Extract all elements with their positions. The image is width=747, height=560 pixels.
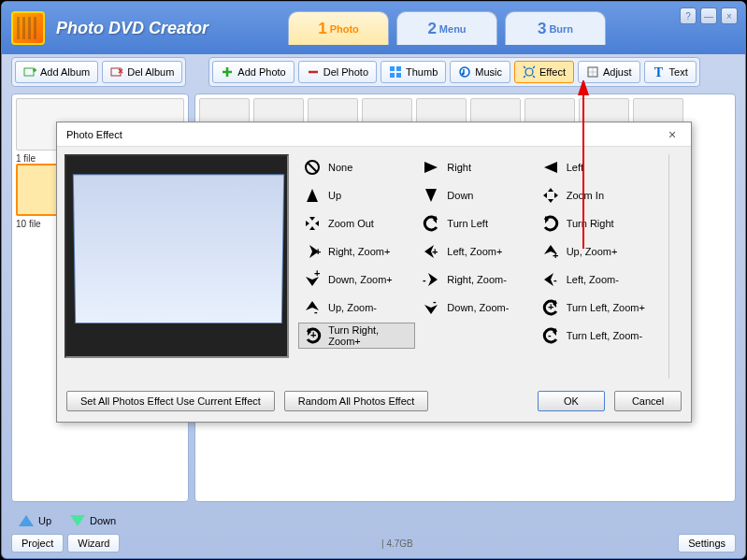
adjust-button[interactable]: Adjust [578, 61, 640, 83]
effect-turn-left-zoomm[interactable]: -Turn Left, Zoom- [537, 323, 654, 349]
svg-text:+: + [310, 329, 316, 340]
ok-button[interactable]: OK [538, 391, 605, 411]
effect-turn-left-zoomp[interactable]: +Turn Left, Zoom+ [537, 294, 654, 321]
up-zoomp-icon: + [540, 241, 561, 262]
svg-text:-: - [553, 274, 557, 285]
effect-right[interactable]: Right [417, 154, 534, 180]
effect-left-zoomm[interactable]: -Left, Zoom- [537, 266, 654, 293]
left-icon [540, 157, 561, 178]
thumb-button[interactable]: Thumb [381, 61, 446, 83]
svg-text:+: + [314, 270, 320, 279]
effect-icon [523, 65, 536, 79]
app-title: Photo DVD Creator [56, 19, 208, 38]
svg-text:-: - [423, 274, 426, 285]
music-icon [458, 65, 471, 79]
effect-left[interactable]: Left [537, 154, 654, 180]
right-icon [421, 157, 441, 178]
toolbar: Add Album Del Album Add Photo Del Photo … [11, 54, 736, 90]
tab-menu[interactable]: 2Menu [396, 11, 497, 45]
svg-text:-: - [314, 306, 318, 317]
effect-turn-right[interactable]: Turn Right [537, 210, 654, 237]
dialog-close-button[interactable]: × [663, 125, 682, 144]
right-zoomm-icon: - [421, 269, 441, 290]
dialog-footer: Set All Photos Effect Use Current Effect… [57, 386, 691, 416]
help-button[interactable]: ? [680, 7, 697, 24]
none-icon [302, 157, 323, 178]
zoom-in-icon [540, 185, 561, 206]
svg-text:+: + [548, 301, 553, 312]
adjust-icon [586, 65, 599, 79]
dialog-body: None Right Left Up Down Zoom In Zoom Out… [57, 147, 691, 386]
up-zoomm-icon: - [302, 297, 323, 318]
svg-rect-0 [24, 68, 34, 76]
cancel-button[interactable]: Cancel [614, 391, 682, 411]
svg-point-6 [460, 67, 469, 77]
effect-scrollbar[interactable] [668, 154, 683, 379]
effect-up-zoomm[interactable]: -Up, Zoom- [298, 294, 415, 321]
nav-controls: Up Down [19, 515, 116, 526]
effect-up-zoomp[interactable]: +Up, Zoom+ [537, 238, 654, 265]
left-zoomp-icon: + [421, 241, 441, 262]
effect-zoom-out[interactable]: Zoom Out [298, 210, 415, 237]
down-icon [421, 185, 441, 206]
svg-text:+: + [432, 246, 438, 257]
text-icon: T [653, 65, 666, 79]
del-album-icon [110, 65, 123, 79]
effect-turn-left[interactable]: Turn Left [417, 210, 534, 237]
up-button[interactable]: Up [19, 515, 51, 526]
svg-text:+: + [315, 246, 321, 257]
zoom-out-icon [302, 213, 323, 234]
del-album-button[interactable]: Del Album [102, 61, 182, 83]
add-photo-button[interactable]: Add Photo [212, 61, 294, 83]
svg-rect-5 [396, 73, 401, 78]
app-logo-icon [11, 11, 45, 45]
effect-right-zoomp[interactable]: +Right, Zoom+ [298, 238, 415, 265]
text-button[interactable]: TText [644, 61, 697, 83]
photo-effect-dialog: Photo Effect × None Right Left Up Down Z… [56, 122, 692, 423]
settings-button[interactable]: Settings [678, 534, 736, 553]
turn-left-zoomp-icon: + [540, 297, 561, 318]
toolbar-group-photo: Add Photo Del Photo Thumb Music Effect A… [208, 57, 699, 87]
down-zoomm-icon: - [421, 297, 441, 318]
svg-rect-4 [390, 73, 395, 78]
effect-up[interactable]: Up [298, 182, 415, 208]
tab-burn[interactable]: 3Burn [505, 11, 606, 45]
del-photo-button[interactable]: Del Photo [298, 61, 377, 83]
project-button[interactable]: Project [11, 534, 64, 553]
down-zoomp-icon: + [302, 269, 323, 290]
toolbar-group-album: Add Album Del Album [11, 57, 186, 87]
effect-down-zoomp[interactable]: +Down, Zoom+ [298, 266, 415, 293]
minimize-button[interactable]: — [700, 7, 717, 24]
music-button[interactable]: Music [450, 61, 510, 83]
effect-none[interactable]: None [298, 154, 415, 180]
svg-text:-: - [548, 329, 552, 340]
effect-right-zoomm[interactable]: -Right, Zoom- [417, 266, 534, 293]
effect-down-zoomm[interactable]: -Down, Zoom- [417, 294, 534, 321]
effect-preview [65, 154, 289, 358]
disk-size-label: | 4.7GB [381, 538, 413, 549]
turn-right-zoomp-icon: + [303, 325, 323, 346]
preview-image [73, 174, 284, 323]
effect-turn-right-zoomp[interactable]: +Turn Right, Zoom+ [298, 323, 415, 349]
effect-list: None Right Left Up Down Zoom In Zoom Out… [298, 154, 659, 379]
random-effect-button[interactable]: Random All Photos Effect [284, 391, 429, 411]
svg-point-7 [462, 73, 465, 76]
set-all-effect-button[interactable]: Set All Photos Effect Use Current Effect [66, 391, 275, 411]
up-arrow-icon [19, 515, 34, 526]
down-button[interactable]: Down [70, 515, 116, 526]
minus-icon [307, 65, 320, 79]
add-album-button[interactable]: Add Album [15, 61, 98, 83]
status-bar: Project Wizard | 4.7GB Settings [11, 532, 736, 554]
effect-button[interactable]: Effect [514, 61, 574, 83]
step-tabs: 1Photo 2Menu 3Burn [288, 11, 606, 45]
svg-rect-2 [390, 66, 395, 71]
close-button[interactable]: × [721, 7, 738, 24]
effect-zoom-in[interactable]: Zoom In [537, 182, 654, 208]
tab-photo[interactable]: 1Photo [288, 11, 389, 45]
wizard-button[interactable]: Wizard [67, 534, 120, 553]
add-album-icon [23, 65, 36, 79]
dialog-title: Photo Effect [66, 129, 122, 140]
effect-down[interactable]: Down [417, 182, 534, 208]
effect-left-zoomp[interactable]: +Left, Zoom+ [417, 238, 534, 265]
window-controls: ? — × [680, 7, 738, 24]
